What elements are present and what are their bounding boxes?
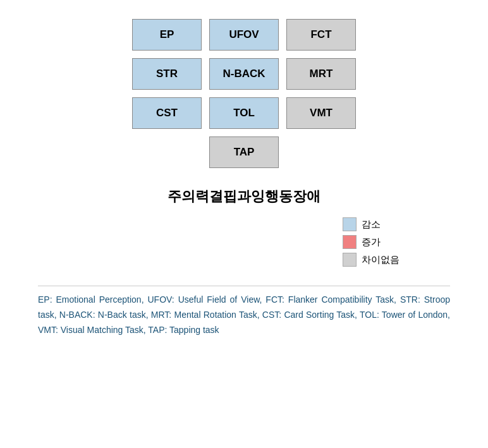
btn-str[interactable]: STR [132, 58, 202, 90]
legend-label-decrease: 감소 [362, 219, 381, 231]
legend-item-decrease: 감소 [343, 217, 400, 231]
main-title: 주의력결핍과잉행동장애 [168, 188, 320, 204]
button-grid: EP UFOV FCT STR N-BACK MRT CST TOL VMT T… [132, 19, 356, 168]
btn-mrt[interactable]: MRT [286, 58, 356, 90]
button-row-3: CST TOL VMT [132, 97, 356, 129]
btn-vmt[interactable]: VMT [286, 97, 356, 129]
button-row-1: EP UFOV FCT [132, 19, 356, 51]
main-container: EP UFOV FCT STR N-BACK MRT CST TOL VMT T… [38, 19, 450, 344]
legend-item-nodiff: 차이없음 [343, 253, 400, 267]
description-text: EP: Emotional Perception, UFOV: Useful F… [38, 293, 450, 337]
btn-ufov[interactable]: UFOV [209, 19, 279, 51]
btn-nback[interactable]: N-BACK [209, 58, 279, 90]
btn-tol[interactable]: TOL [209, 97, 279, 129]
button-row-2: STR N-BACK MRT [132, 58, 356, 90]
legend-box-pink [343, 235, 357, 249]
button-row-4: TAP [209, 136, 279, 168]
legend-box-gray [343, 253, 357, 267]
legend-section: 감소 증가 차이없음 [343, 217, 400, 267]
legend-box-blue [343, 217, 357, 231]
btn-tap[interactable]: TAP [209, 136, 279, 168]
title-legend-wrapper: 주의력결핍과잉행동장애 감소 증가 차이없음 [38, 181, 450, 279]
legend-item-increase: 증가 [343, 235, 400, 249]
title-section: 주의력결핍과잉행동장애 [168, 187, 320, 206]
description-section: EP: Emotional Perception, UFOV: Useful F… [38, 286, 450, 344]
btn-cst[interactable]: CST [132, 97, 202, 129]
legend-label-increase: 증가 [362, 236, 381, 248]
btn-fct[interactable]: FCT [286, 19, 356, 51]
legend-label-nodiff: 차이없음 [362, 254, 400, 266]
btn-ep[interactable]: EP [132, 19, 202, 51]
